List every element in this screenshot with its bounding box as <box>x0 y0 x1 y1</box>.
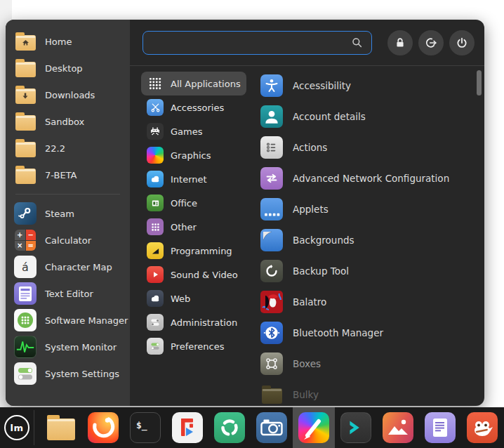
category-graphics[interactable]: Graphics <box>141 143 246 167</box>
sidebar-item-22-2[interactable]: 22.2 <box>6 135 130 162</box>
app-item-boxes[interactable]: Boxes <box>260 348 484 379</box>
sidebar-item-system-settings[interactable]: System Settings <box>6 360 130 387</box>
triangle-icon <box>147 242 164 259</box>
category-programming[interactable]: Programming <box>141 239 246 263</box>
taskbar-item-pinta[interactable] <box>293 407 335 448</box>
menu-button[interactable]: lm <box>0 407 34 448</box>
category-other[interactable]: Other <box>141 215 246 239</box>
category-label: Web <box>171 294 190 304</box>
balatro-card-icon <box>260 291 283 313</box>
app-label: Boxes <box>293 358 321 369</box>
taskbar-item-ptyxis[interactable] <box>335 407 377 448</box>
sidebar-item-system-monitor[interactable]: System Monitor <box>6 334 130 360</box>
sidebar-item-desktop[interactable]: Desktop <box>6 55 130 81</box>
category-preferences[interactable]: Preferences <box>141 334 246 358</box>
application-list: Accessibility Account details <box>251 66 484 406</box>
taskbar-item-camera[interactable] <box>251 407 293 448</box>
cloud-dark-icon <box>147 290 164 307</box>
app-item-account-details[interactable]: Account details <box>260 101 484 132</box>
app-label: Actions <box>293 142 327 153</box>
category-office[interactable]: Office <box>141 191 246 215</box>
text-editor-icon <box>14 282 37 305</box>
category-games[interactable]: Games <box>141 119 246 143</box>
purple-document-icon <box>425 412 456 443</box>
mint-logo-glyph: lm <box>10 423 23 433</box>
search-input[interactable] <box>152 37 350 48</box>
terminal-prompt-glyph: $_ <box>131 420 147 436</box>
play-icon <box>147 266 164 283</box>
taskbar-item-freetube[interactable] <box>166 407 208 448</box>
app-label: Advanced Network Configuration <box>293 173 449 184</box>
taskbar-item-image-viewer[interactable] <box>377 407 419 448</box>
sidebar-item-character-map[interactable]: á Character Map <box>6 253 130 280</box>
app-label: Backgrounds <box>293 235 354 246</box>
app-item-balatro[interactable]: Balatro <box>260 286 484 317</box>
color-wheel-icon <box>147 147 164 164</box>
app-item-advanced-network-configuration[interactable]: Advanced Network Configuration <box>260 163 484 194</box>
downloads-folder-icon <box>14 84 37 106</box>
app-item-bluetooth-manager[interactable]: Bluetooth Manager <box>260 317 484 348</box>
menu-main: All Applications Accessories <box>130 20 484 406</box>
app-item-bulky[interactable]: Bulky <box>260 379 484 406</box>
panel-dots-icon <box>260 198 283 220</box>
software-manager-icon <box>14 309 37 331</box>
sidebar-item-text-editor[interactable]: Text Editor <box>6 280 130 307</box>
lock-screen-button[interactable] <box>387 30 413 55</box>
teal-chevron-icon <box>340 412 371 443</box>
taskbar-item-text-editor[interactable] <box>419 407 461 448</box>
sidebar-item-label: Sandbox <box>45 117 84 127</box>
logout-button[interactable] <box>418 30 444 55</box>
sidebar-item-steam[interactable]: Steam <box>6 200 130 227</box>
app-item-applets[interactable]: Applets <box>260 194 484 225</box>
folder-icon <box>14 57 37 79</box>
scissors-icon <box>147 99 164 116</box>
category-label: Preferences <box>171 341 224 352</box>
app-item-accessibility[interactable]: Accessibility <box>260 70 484 101</box>
search-box <box>142 31 372 55</box>
toggles-green-icon <box>147 338 164 355</box>
search-icon <box>350 36 364 50</box>
calculator-icon: + − × = <box>14 229 37 251</box>
calc-minus: − <box>26 230 37 240</box>
category-web[interactable]: Web <box>141 286 246 310</box>
app-item-actions[interactable]: Actions <box>260 132 484 163</box>
sidebar-item-label: Character Map <box>45 262 112 272</box>
taskbar-item-terminal[interactable]: $_ <box>124 407 166 448</box>
sidebar-item-7-beta[interactable]: 7-BETA <box>6 162 130 188</box>
category-all-applications[interactable]: All Applications <box>141 72 246 95</box>
taskbar: lm $_ <box>0 407 504 448</box>
category-internet[interactable]: Internet <box>141 167 246 191</box>
category-label: Other <box>171 222 197 232</box>
firefox-icon <box>88 412 119 443</box>
sidebar-item-label: System Settings <box>45 369 119 379</box>
sidebar-item-software-manager[interactable]: Software Manager <box>6 307 130 334</box>
folder-icon <box>14 110 37 133</box>
app-item-backup-tool[interactable]: Backup Tool <box>260 256 484 286</box>
app-grid-icon <box>147 75 164 92</box>
sidebar-item-sandbox[interactable]: Sandbox <box>6 108 130 135</box>
taskbar-item-file-manager[interactable] <box>40 407 82 448</box>
sidebar-item-label: 22.2 <box>45 143 65 154</box>
taskbar-item-warp[interactable] <box>208 407 251 448</box>
sidebar-item-home[interactable]: Home <box>6 28 130 55</box>
sidebar-item-label: Steam <box>45 209 74 219</box>
sidebar-item-label: Calculator <box>45 235 91 246</box>
mint-menu-panel: Home Desktop Downloads Sandbox 22.2 7-BE… <box>6 20 484 406</box>
scrollbar-thumb[interactable] <box>477 70 482 95</box>
sidebar-item-calculator[interactable]: + − × = Calculator <box>6 227 130 253</box>
app-label: Bulky <box>293 389 319 400</box>
power-button[interactable] <box>449 30 475 55</box>
system-monitor-icon <box>14 336 37 358</box>
category-label: All Applications <box>171 79 241 89</box>
category-label: Sound & Video <box>171 270 238 280</box>
app-item-backgrounds[interactable]: Backgrounds <box>260 225 484 256</box>
document-icon <box>147 195 164 211</box>
calc-equals: = <box>26 241 37 251</box>
sidebar-item-downloads[interactable]: Downloads <box>6 81 130 108</box>
category-administration[interactable]: Administration <box>141 310 246 334</box>
taskbar-item-gimp[interactable] <box>461 407 503 448</box>
folder-icon <box>14 137 37 159</box>
category-accessories[interactable]: Accessories <box>141 95 246 119</box>
category-sound-video[interactable]: Sound & Video <box>141 263 246 286</box>
taskbar-item-firefox[interactable] <box>82 407 124 448</box>
